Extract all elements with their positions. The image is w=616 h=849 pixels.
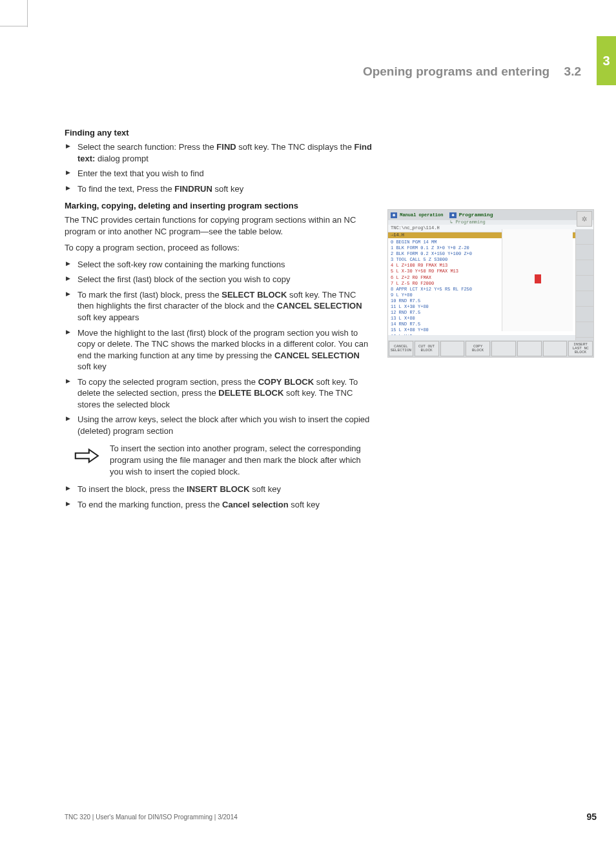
note-box: To insert the section into another progr… [65,443,375,477]
gear-icon: ✲ [577,211,592,227]
chapter-tab: 3 [597,36,616,85]
mode-left: Manual operation [400,213,443,218]
mode-right: Programming [459,212,493,218]
right-rail [575,229,593,340]
page-number: 95 [586,812,597,822]
note-text: To insert the section into another progr… [110,443,375,477]
find-list: Select the search function: Press the FI… [65,141,375,194]
list-item: Select the first (last) block of the sec… [65,274,375,285]
mark-copy-lead: To copy a program section, proceed as fo… [65,242,375,254]
mode-badge2-icon: ◆ [449,212,456,218]
header-section: 3.2 [564,65,581,78]
list-item: Move the highlight to the last (first) b… [65,327,375,373]
softkey [440,341,465,356]
list-item: To end the marking function, press the C… [65,499,375,511]
list-item: Select the soft-key row containing the m… [65,259,375,271]
softkey [491,341,516,356]
softkey: CUT OUT BLOCK [415,341,439,356]
list-item: To insert the block, press the INSERT BL… [65,484,375,495]
mark-intro: The TNC provides certain functions for c… [65,214,375,237]
mode-badge-icon: ◉ [391,212,397,218]
softkey [543,341,568,356]
list-item: Using the arrow keys, select the block a… [65,414,375,436]
footer-text: TNC 320 | User's Manual for DIN/ISO Prog… [65,813,238,821]
tnc-screenshot: ◉ Manual operation ◆ Programming ↳ Progr… [387,209,594,358]
heading-finding-text: Finding any text [65,128,375,138]
list-item: To find the text, Press the FINDRUN soft… [65,183,375,195]
pin-icon [535,274,541,283]
list-item: Enter the text that you wish to find [65,168,375,179]
mode-sub: ↳ Programming [388,220,593,225]
list-item: Select the search function: Press the FI… [65,141,375,164]
header-title: Opening programs and entering [363,65,549,78]
softkey [517,341,542,356]
softkey: CANCEL SELECTION [389,341,413,356]
arrow-right-icon [65,443,110,477]
list-item: To copy the selected program section, pr… [65,376,375,411]
softkey: INSERT LAST NC BLOCK [568,341,593,356]
list-item: To mark the first (last) block, press th… [65,289,375,323]
softkey-row: CANCEL SELECTIONCUT OUT BLOCKCOPY BLOCKI… [388,340,593,357]
page-header: Opening programs and entering 3.2 [0,65,597,83]
softkey: COPY BLOCK [466,341,490,356]
preview-pane [502,229,573,331]
mark-list: Select the soft-key row containing the m… [65,259,375,437]
after-note-list: To insert the block, press the INSERT BL… [65,484,375,510]
heading-marking: Marking, copying, deleting and inserting… [65,201,375,210]
